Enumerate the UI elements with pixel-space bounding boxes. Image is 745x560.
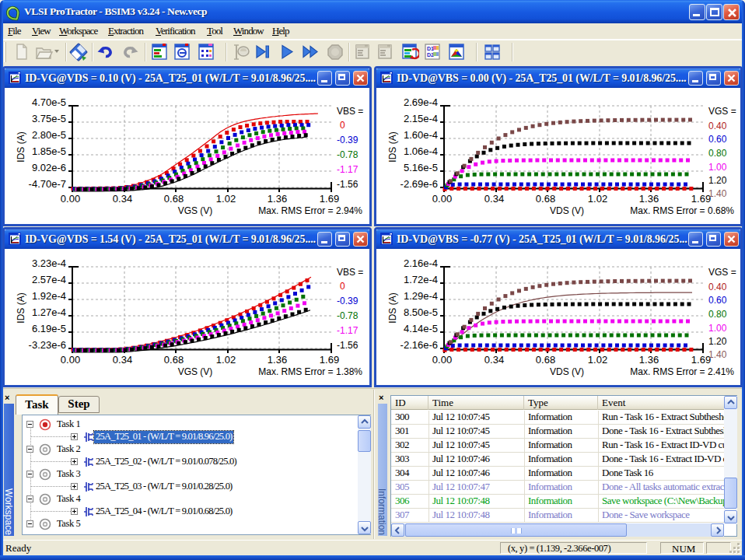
svg-text:IDS (A): IDS (A) [16, 131, 26, 162]
svg-text:IDS (A): IDS (A) [387, 292, 398, 323]
svg-text:-0.39: -0.39 [337, 296, 359, 306]
svg-text:VGS =: VGS = [708, 106, 736, 117]
svg-text:9.02e-6: 9.02e-6 [32, 162, 66, 173]
svg-text:-1.56: -1.56 [337, 340, 359, 351]
svg-text:0.68: 0.68 [536, 354, 555, 366]
svg-text:2.80e-5: 2.80e-5 [32, 129, 66, 141]
svg-text:-2.69e-6: -2.69e-6 [400, 178, 438, 190]
svg-text:IDS (A): IDS (A) [387, 131, 398, 162]
svg-text:0.34: 0.34 [113, 354, 132, 366]
svg-text:VGS (V): VGS (V) [178, 366, 213, 377]
svg-text:VBS =: VBS = [337, 267, 363, 278]
svg-text:1.69: 1.69 [320, 193, 339, 205]
svg-text:4.14e-5: 4.14e-5 [404, 323, 438, 334]
svg-text:-0.78: -0.78 [337, 310, 359, 321]
svg-text:2.16e-4: 2.16e-4 [404, 257, 438, 269]
svg-text:1.02: 1.02 [588, 193, 607, 205]
svg-text:1.36: 1.36 [268, 193, 287, 205]
svg-text:Max. RMS Error = 1.38%: Max. RMS Error = 1.38% [258, 366, 362, 377]
svg-text:5.16e-5: 5.16e-5 [404, 162, 438, 173]
svg-text:4.70e-5: 4.70e-5 [32, 96, 66, 108]
svg-text:IDS (A): IDS (A) [16, 292, 26, 323]
svg-text:VDS (V): VDS (V) [550, 205, 584, 216]
svg-text:0.34: 0.34 [484, 354, 504, 366]
svg-text:1.36: 1.36 [639, 354, 659, 366]
svg-text:-1.56: -1.56 [337, 179, 359, 190]
svg-text:D2: D2 [427, 52, 434, 58]
svg-text:1.69: 1.69 [320, 354, 339, 366]
svg-text:0.80: 0.80 [708, 148, 727, 159]
svg-text:0.60: 0.60 [708, 134, 727, 145]
svg-text:-2.16e-6: -2.16e-6 [400, 339, 438, 351]
svg-text:2.69e-4: 2.69e-4 [404, 96, 438, 108]
svg-text:0.68: 0.68 [536, 193, 555, 205]
svg-text:8.50e-5: 8.50e-5 [404, 306, 438, 318]
svg-text:0.40: 0.40 [708, 121, 727, 131]
svg-text:0.00: 0.00 [61, 193, 80, 205]
svg-text:0: 0 [340, 281, 345, 292]
svg-text:1.36: 1.36 [268, 354, 287, 366]
svg-text:1.40: 1.40 [708, 349, 727, 360]
svg-text:2.15e-4: 2.15e-4 [404, 113, 438, 124]
svg-text:0: 0 [340, 120, 345, 131]
svg-text:0.68: 0.68 [164, 193, 184, 205]
svg-text:1.85e-5: 1.85e-5 [32, 145, 66, 157]
svg-text:VGS (V): VGS (V) [178, 205, 213, 216]
svg-text:1.02: 1.02 [216, 354, 236, 366]
svg-text:VGS =: VGS = [708, 267, 736, 278]
svg-text:1.06e-4: 1.06e-4 [404, 145, 438, 157]
svg-text:1.20: 1.20 [708, 175, 727, 186]
svg-text:1.92e-4: 1.92e-4 [32, 290, 66, 302]
svg-text:-1.17: -1.17 [337, 325, 359, 336]
svg-text:6.19e-5: 6.19e-5 [32, 323, 66, 334]
svg-text:Max. RMS Error = 0.68%: Max. RMS Error = 0.68% [630, 205, 734, 216]
svg-text:1.02: 1.02 [588, 354, 607, 366]
svg-text:0.40: 0.40 [708, 282, 727, 292]
svg-text:0.34: 0.34 [484, 193, 504, 205]
svg-text:1.00: 1.00 [708, 323, 727, 334]
svg-text:1.29e-4: 1.29e-4 [404, 290, 438, 302]
svg-text:0.60: 0.60 [708, 295, 727, 306]
svg-text:1.40: 1.40 [708, 188, 727, 199]
svg-text:1.36: 1.36 [639, 193, 659, 205]
svg-text:0.00: 0.00 [432, 193, 452, 205]
svg-text:2.57e-4: 2.57e-4 [32, 274, 66, 285]
svg-text:1.60e-4: 1.60e-4 [404, 129, 438, 141]
svg-text:0.80: 0.80 [708, 309, 727, 320]
svg-text:VBS =: VBS = [337, 106, 363, 117]
svg-text:Max. RMS Error = 2.41%: Max. RMS Error = 2.41% [630, 366, 734, 377]
svg-text:1.00: 1.00 [708, 162, 727, 173]
svg-text:0.00: 0.00 [61, 354, 80, 366]
svg-text:Max. RMS Error = 2.94%: Max. RMS Error = 2.94% [258, 205, 362, 216]
svg-text:1.27e-4: 1.27e-4 [32, 306, 66, 318]
svg-text:3.23e-4: 3.23e-4 [32, 257, 66, 269]
svg-text:VDS (V): VDS (V) [550, 366, 584, 377]
svg-text:0.34: 0.34 [113, 193, 132, 205]
svg-text:-0.78: -0.78 [337, 149, 359, 160]
svg-text:0.68: 0.68 [164, 354, 184, 366]
svg-text:0.00: 0.00 [432, 354, 452, 366]
svg-text:-4.70e-7: -4.70e-7 [29, 178, 66, 190]
svg-text:-3.23e-6: -3.23e-6 [29, 339, 66, 351]
svg-text:D1: D1 [427, 46, 434, 51]
svg-text:3.75e-5: 3.75e-5 [32, 113, 66, 124]
svg-text:1.72e-4: 1.72e-4 [404, 274, 438, 285]
svg-text:1.02: 1.02 [216, 193, 236, 205]
svg-text:1.20: 1.20 [708, 336, 727, 347]
svg-text:-0.39: -0.39 [337, 135, 359, 145]
svg-text:-1.17: -1.17 [337, 164, 359, 175]
